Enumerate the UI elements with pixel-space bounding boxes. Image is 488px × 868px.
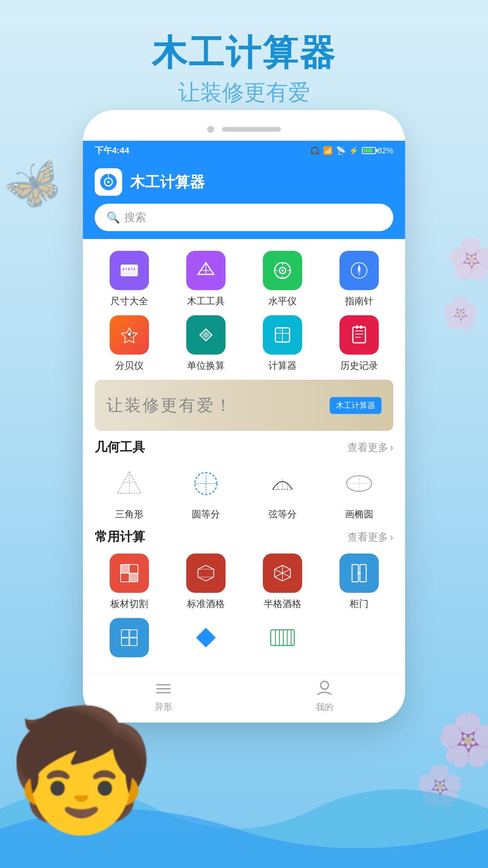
triangle-label: 三角形 bbox=[115, 508, 143, 520]
app-name-label: 木工计算器 bbox=[130, 172, 205, 192]
main-content: 尺寸大全 木工工具 bbox=[83, 239, 405, 674]
status-time: 下午4:44 bbox=[95, 145, 129, 156]
geo-item-circle-div[interactable]: 圆等分 bbox=[171, 464, 240, 520]
fenbeyi-icon: 📢 bbox=[110, 315, 149, 355]
calc-item-std-grid[interactable]: 标准酒格 bbox=[171, 554, 240, 610]
phone-camera bbox=[207, 126, 214, 133]
flower-decoration-right2: 🌸 bbox=[441, 295, 480, 332]
calc-item-board-cut[interactable]: 板材切割 bbox=[95, 554, 163, 610]
circle-div-label: 圆等分 bbox=[192, 508, 220, 520]
shuipingyi-icon bbox=[263, 251, 302, 290]
svg-rect-65 bbox=[121, 630, 129, 637]
calc-item-fence[interactable] bbox=[248, 618, 317, 662]
search-icon: 🔍 bbox=[106, 211, 120, 224]
svg-point-21 bbox=[358, 269, 360, 272]
svg-line-55 bbox=[198, 565, 206, 569]
tool-item-fenbeyi[interactable]: 📢 分贝仪 bbox=[95, 315, 163, 372]
tool-item-danweihuan[interactable]: 单位换算 bbox=[171, 315, 240, 372]
tool-item-shuipingyi[interactable]: 水平仪 bbox=[248, 251, 317, 307]
main-title: 木工计算器 bbox=[0, 31, 488, 74]
mine-label: 我的 bbox=[316, 701, 333, 713]
tool-item-zhinanzhen[interactable]: 指南针 bbox=[325, 251, 393, 307]
phone-mockup: 下午4:44 🎧 📶 📡 ⚡ 82% bbox=[83, 110, 405, 723]
geo-item-chord-div[interactable]: 弦等分 bbox=[248, 464, 317, 520]
svg-rect-68 bbox=[130, 638, 137, 645]
svg-point-63 bbox=[359, 572, 361, 574]
chord-div-icon bbox=[263, 464, 302, 503]
status-bar: 下午4:44 🎧 📶 📡 ⚡ 82% bbox=[83, 141, 405, 160]
banner: 让装修更有爱！ 木工计算器 bbox=[95, 380, 393, 431]
jisuanqi-icon: + - × ÷ bbox=[263, 315, 302, 355]
calc-item-special1[interactable] bbox=[95, 618, 163, 662]
signal-icon: 📡 bbox=[336, 146, 346, 155]
svg-text:📢: 📢 bbox=[126, 331, 133, 338]
butterfly-decoration: 🦋 bbox=[0, 149, 71, 221]
banner-badge: 木工计算器 bbox=[330, 397, 382, 414]
board-cut-icon bbox=[110, 554, 149, 593]
calc-tools-grid-row2 bbox=[95, 618, 393, 662]
geo-item-triangle[interactable]: 三角形 bbox=[95, 464, 163, 520]
chicundaquan-icon bbox=[110, 251, 149, 290]
svg-point-78 bbox=[321, 681, 328, 689]
sub-title: 让装修更有爱 bbox=[0, 78, 488, 108]
tab-yixing[interactable]: 异形 bbox=[155, 681, 172, 713]
phone-notch bbox=[83, 122, 405, 141]
calc-item-diamond[interactable] bbox=[171, 618, 240, 662]
calc-item-cabinet-door[interactable]: 柜门 bbox=[325, 554, 393, 610]
cabinet-door-icon bbox=[339, 554, 379, 593]
std-grid-icon bbox=[186, 554, 226, 593]
mine-icon bbox=[317, 680, 332, 699]
shuipingyi-label: 水平仪 bbox=[268, 295, 297, 307]
circle-div-icon bbox=[186, 464, 226, 503]
svg-rect-49 bbox=[121, 565, 129, 573]
geo-section-more[interactable]: 查看更多 › bbox=[347, 441, 393, 454]
geo-section-title: 几何工具 bbox=[95, 439, 145, 456]
battery-percent: 82% bbox=[378, 146, 393, 155]
tools-grid-row1: 尺寸大全 木工工具 bbox=[95, 251, 393, 307]
svg-text:+: + bbox=[279, 328, 281, 333]
danweihuan-icon bbox=[186, 315, 226, 355]
chord-div-label: 弦等分 bbox=[268, 508, 297, 520]
tool-item-mugonggongju[interactable]: 木工工具 bbox=[171, 251, 240, 307]
fence-icon bbox=[263, 618, 302, 657]
phone-screen: 下午4:44 🎧 📶 📡 ⚡ 82% bbox=[83, 141, 405, 723]
svg-rect-30 bbox=[353, 327, 365, 343]
lishijilu-icon bbox=[339, 315, 379, 355]
fenbeyi-label: 分贝仪 bbox=[115, 359, 143, 372]
tools-grid-row2: 📢 分贝仪 单位换算 bbox=[95, 315, 393, 372]
tool-item-lishijilu[interactable]: 历史记录 bbox=[325, 315, 393, 372]
calc-item-half-grid[interactable]: 半格酒格 bbox=[248, 554, 317, 610]
calc-section-title: 常用计算 bbox=[95, 528, 145, 546]
svg-text:-: - bbox=[285, 328, 286, 333]
cartoon-boy: 🧒 bbox=[8, 711, 155, 829]
zhinanzhen-icon bbox=[339, 251, 379, 290]
search-bar[interactable]: 🔍 搜索 bbox=[95, 204, 393, 231]
calc-item-empty bbox=[325, 618, 393, 662]
danweihuan-label: 单位换算 bbox=[187, 359, 225, 372]
calc-section-more[interactable]: 查看更多 › bbox=[347, 530, 393, 544]
half-grid-icon bbox=[263, 554, 302, 593]
svg-rect-50 bbox=[129, 573, 138, 582]
app-logo bbox=[95, 168, 122, 196]
geo-item-ellipse[interactable]: 画椭圆 bbox=[325, 464, 393, 520]
svg-rect-34 bbox=[356, 326, 358, 329]
calc-tools-grid-row1: 板材切割 标准酒格 bbox=[95, 554, 393, 610]
half-grid-label: 半格酒格 bbox=[264, 598, 301, 610]
mugonggongju-label: 木工工具 bbox=[187, 295, 225, 307]
ellipse-label: 画椭圆 bbox=[345, 508, 373, 520]
wifi-icon: 📶 bbox=[323, 146, 333, 155]
triangle-icon bbox=[110, 464, 149, 503]
svg-rect-67 bbox=[121, 638, 129, 645]
std-grid-label: 标准酒格 bbox=[187, 598, 225, 610]
tool-item-jisuanqi[interactable]: + - × ÷ 计算器 bbox=[248, 315, 317, 372]
geo-section-header: 几何工具 查看更多 › bbox=[95, 439, 393, 456]
geo-tools-grid: 三角形 圆等分 bbox=[95, 464, 393, 520]
special1-icon bbox=[110, 618, 149, 657]
tool-item-chicundaquan[interactable]: 尺寸大全 bbox=[95, 251, 163, 307]
svg-rect-5 bbox=[121, 265, 138, 268]
tab-mine[interactable]: 我的 bbox=[316, 680, 333, 713]
status-icons: 🎧 📶 📡 ⚡ 82% bbox=[310, 146, 393, 155]
phone-speaker bbox=[222, 127, 281, 132]
chicundaquan-label: 尺寸大全 bbox=[110, 295, 148, 307]
svg-line-56 bbox=[206, 565, 214, 569]
